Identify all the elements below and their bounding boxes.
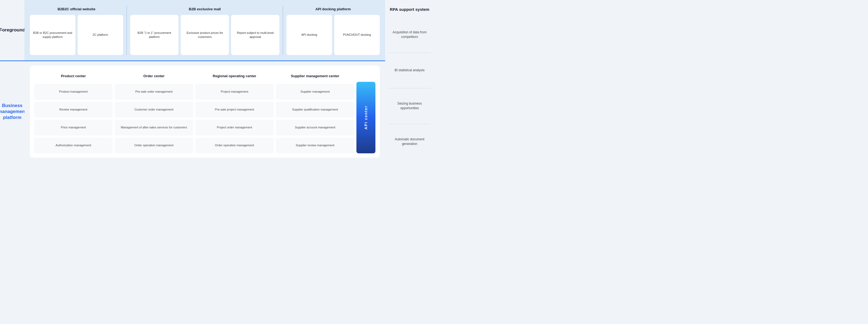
b2b-card-2: Report subject to multi-level approval	[231, 15, 279, 55]
foreground-section: B2B2C official website B2B or B2C procur…	[24, 0, 385, 61]
business-section: Product center Product management Review…	[24, 61, 385, 162]
regional-center-title: Regional operating center	[195, 70, 274, 82]
supplier-center-title: Supplier management center	[276, 70, 354, 82]
supplier-item-2: Supplier account management	[276, 120, 354, 136]
business-label: Businessmanagementplatform	[0, 103, 26, 120]
order-item-0: Pre-sale order management	[115, 84, 193, 100]
supplier-item-3: Supplier review management	[276, 138, 354, 153]
left-labels: Foreground Businessmanagementplatform	[0, 0, 24, 162]
rpa-item-0: Acquisition of data from competitors	[389, 17, 431, 53]
supplier-item-0: Supplier management	[276, 84, 354, 100]
rpa-column: RPA support system Acquisition of data f…	[385, 0, 434, 162]
rpa-item-3: Automatic document generation	[389, 124, 431, 159]
b2b2c-group: B2B2C official website B2B or B2C procur…	[30, 5, 123, 55]
product-item-3: Authorization management	[34, 138, 113, 153]
api-center-col: API center	[356, 70, 375, 153]
rpa-item-1: BI statistical analysis	[389, 53, 431, 88]
regional-center-col: Regional operating center Project manage…	[195, 70, 274, 153]
order-item-2: Management of after-sales services for c…	[115, 120, 193, 136]
foreground-label-section: Foreground	[0, 0, 24, 61]
b2b2c-cards: B2B or B2C procurement and supply platfo…	[30, 15, 123, 55]
product-item-1: Review management	[34, 102, 113, 117]
supplier-item-1: Supplier qualification management	[276, 102, 354, 117]
rpa-item-2: Seizing business opportunities	[389, 88, 431, 124]
api-card-0: API docking	[286, 15, 332, 55]
product-item-0: Product management	[34, 84, 113, 100]
api-card-1: PUNCHOUT docking	[334, 15, 380, 55]
regional-item-3: Order operation management	[195, 138, 274, 153]
rpa-title: RPA support system	[389, 3, 431, 17]
api-center-card: API center	[356, 82, 375, 153]
business-label-section: Businessmanagementplatform	[0, 61, 24, 162]
business-inner: Product center Product management Review…	[30, 66, 380, 158]
order-center-title: Order center	[115, 70, 193, 82]
b2b2c-card-0: B2B or B2C procurement and supply platfo…	[30, 15, 75, 55]
product-item-2: Price management	[34, 120, 113, 136]
api-group: API docking platform API docking PUNCHOU…	[286, 5, 380, 55]
api-title: API docking platform	[286, 5, 380, 13]
order-center-col: Order center Pre-sale order management C…	[115, 70, 193, 153]
regional-item-1: Pre-sale project management	[195, 102, 274, 117]
order-item-3: Order operation management	[115, 138, 193, 153]
b2b-card-1: Exclusive product prices for customers	[181, 15, 229, 55]
main-container: Foreground Businessmanagementplatform B2…	[0, 0, 434, 162]
api-cards: API docking PUNCHOUT docking	[286, 15, 380, 55]
divider-2	[283, 5, 283, 55]
foreground-label: Foreground	[0, 27, 25, 33]
order-item-1: Customer order management	[115, 102, 193, 117]
product-center-title: Product center	[34, 70, 113, 82]
b2b2c-title: B2B2C official website	[30, 5, 123, 13]
product-center-col: Product center Product management Review…	[34, 70, 113, 153]
b2b-group: B2B exclusive mall B2B "1 to 1" procurem…	[130, 5, 279, 55]
b2b2c-card-1: 2C platform	[78, 15, 123, 55]
regional-item-0: Project management	[195, 84, 274, 100]
regional-item-2: Project order management	[195, 120, 274, 136]
b2b-title: B2B exclusive mall	[130, 5, 279, 13]
center-content: B2B2C official website B2B or B2C procur…	[24, 0, 385, 162]
b2b-card-0: B2B "1 to 1" procurement platform	[130, 15, 179, 55]
api-center-text: API center	[364, 105, 368, 130]
supplier-center-col: Supplier management center Supplier mana…	[276, 70, 354, 153]
b2b-cards: B2B "1 to 1" procurement platform Exclus…	[130, 15, 279, 55]
foreground-inner: B2B2C official website B2B or B2C procur…	[30, 5, 380, 55]
divider-1	[126, 5, 127, 55]
